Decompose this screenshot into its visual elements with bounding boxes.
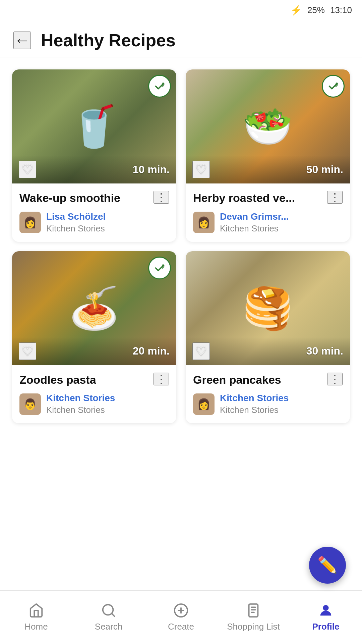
back-button[interactable]: ← <box>13 32 31 49</box>
nav-create[interactable]: Create <box>145 597 217 637</box>
shopping-label: Shopping List <box>227 622 280 632</box>
author-avatar: 👨 <box>19 393 41 415</box>
card-title-row: Herby roasted ve... ⋮ <box>193 191 343 205</box>
favorite-button[interactable]: ♡ <box>192 161 210 178</box>
favorite-button[interactable]: ♡ <box>19 161 36 178</box>
card-title-row: Wake-up smoothie ⋮ <box>19 191 169 205</box>
cook-time: 50 min. <box>306 163 343 176</box>
recipe-grid: ♡ 10 min. Wake-up smoothie ⋮ 👩 Lisa Schö… <box>0 57 362 477</box>
recipe-title: Green pancakes <box>193 373 324 387</box>
vegan-badge <box>148 257 171 279</box>
heart-icon: ♡ <box>195 162 207 177</box>
recipe-card-roasted[interactable]: ♡ 50 min. Herby roasted ve... ⋮ 👩 Devan … <box>186 69 350 242</box>
card-info: Herby roasted ve... ⋮ 👩 Devan Grimsr... … <box>186 183 350 242</box>
time-text: 13:10 <box>330 5 352 15</box>
page-header: ← Healthy Recipes <box>0 20 362 57</box>
recipe-card-smoothie[interactable]: ♡ 10 min. Wake-up smoothie ⋮ 👩 Lisa Schö… <box>12 69 176 242</box>
card-info: Wake-up smoothie ⋮ 👩 Lisa Schölzel Kitch… <box>12 183 176 242</box>
card-overlay: ♡ 50 min. <box>186 155 350 183</box>
author-name: Kitchen Stories <box>46 393 115 404</box>
favorite-button[interactable]: ♡ <box>19 342 36 360</box>
card-image-container: ♡ 30 min. <box>186 251 350 365</box>
favorite-button[interactable]: ♡ <box>192 342 210 360</box>
recipe-title: Herby roasted ve... <box>193 191 324 205</box>
card-image-container: ♡ 20 min. <box>12 251 176 365</box>
nav-shopping[interactable]: Shopping List <box>217 597 290 637</box>
author-source: Kitchen Stories <box>220 223 289 234</box>
more-options-button[interactable]: ⋮ <box>154 191 169 204</box>
nav-search[interactable]: Search <box>72 597 145 637</box>
author-avatar: 👩 <box>193 393 215 415</box>
svg-point-9 <box>323 605 328 610</box>
recipe-title: Wake-up smoothie <box>19 191 150 205</box>
cook-time: 20 min. <box>133 345 170 357</box>
profile-icon <box>318 603 334 618</box>
cook-time: 10 min. <box>133 163 170 176</box>
edit-icon: ✏️ <box>317 556 338 575</box>
more-options-button[interactable]: ⋮ <box>327 191 343 204</box>
more-options-button[interactable]: ⋮ <box>327 373 343 385</box>
card-info: Green pancakes ⋮ 👩 Kitchen Stories Kitch… <box>186 365 350 424</box>
create-label: Create <box>168 622 194 632</box>
author-source: Kitchen Stories <box>220 405 289 415</box>
author-row: 👩 Devan Grimsr... Kitchen Stories <box>193 211 343 234</box>
bottom-navigation: Home Search Create Shopping List Profile <box>0 590 362 644</box>
edit-fab[interactable]: ✏️ <box>309 547 346 584</box>
author-row: 👩 Kitchen Stories Kitchen Stories <box>193 393 343 415</box>
cook-time: 30 min. <box>306 345 343 357</box>
heart-icon: ♡ <box>22 162 33 177</box>
page-title: Healthy Recipes <box>41 30 176 50</box>
recipe-title: Zoodles pasta <box>19 373 150 387</box>
card-title-row: Green pancakes ⋮ <box>193 373 343 387</box>
recipe-card-pancakes[interactable]: ♡ 30 min. Green pancakes ⋮ 👩 Kitchen Sto… <box>186 251 350 424</box>
author-info: Kitchen Stories Kitchen Stories <box>46 393 115 415</box>
heart-icon: ♡ <box>195 344 207 359</box>
author-avatar: 👩 <box>19 212 41 233</box>
search-icon <box>101 603 116 618</box>
home-icon <box>28 603 44 618</box>
card-overlay: ♡ 20 min. <box>12 337 176 365</box>
card-image-container: ♡ 50 min. <box>186 69 350 183</box>
author-name: Kitchen Stories <box>220 393 289 404</box>
author-row: 👩 Lisa Schölzel Kitchen Stories <box>19 211 169 234</box>
author-source: Kitchen Stories <box>46 223 106 234</box>
vegan-badge <box>322 75 345 98</box>
card-overlay: ♡ 30 min. <box>186 337 350 365</box>
heart-icon: ♡ <box>22 344 33 359</box>
author-info: Kitchen Stories Kitchen Stories <box>220 393 289 415</box>
card-info: Zoodles pasta ⋮ 👨 Kitchen Stories Kitche… <box>12 365 176 424</box>
more-options-button[interactable]: ⋮ <box>154 373 169 385</box>
status-bar: ⚡ 25% 13:10 <box>0 0 362 20</box>
nav-profile[interactable]: Profile <box>290 597 362 637</box>
card-overlay: ♡ 10 min. <box>12 155 176 183</box>
create-icon <box>173 603 189 618</box>
author-row: 👨 Kitchen Stories Kitchen Stories <box>19 393 169 415</box>
svg-line-1 <box>112 613 114 616</box>
card-title-row: Zoodles pasta ⋮ <box>19 373 169 387</box>
author-info: Devan Grimsr... Kitchen Stories <box>220 211 289 234</box>
author-avatar: 👩 <box>193 212 215 233</box>
recipe-card-pasta[interactable]: ♡ 20 min. Zoodles pasta ⋮ 👨 Kitchen Stor… <box>12 251 176 424</box>
card-image-container: ♡ 10 min. <box>12 69 176 183</box>
search-label: Search <box>95 622 122 632</box>
home-label: Home <box>24 622 48 632</box>
author-info: Lisa Schölzel Kitchen Stories <box>46 211 106 234</box>
battery-text: 25% <box>307 5 325 15</box>
shopping-list-icon <box>246 603 261 618</box>
profile-label: Profile <box>312 622 340 632</box>
lightning-icon: ⚡ <box>290 5 302 16</box>
author-source: Kitchen Stories <box>46 405 115 415</box>
vegan-badge <box>148 75 171 98</box>
author-name: Devan Grimsr... <box>220 211 289 222</box>
author-name: Lisa Schölzel <box>46 211 106 222</box>
nav-home[interactable]: Home <box>0 597 72 637</box>
